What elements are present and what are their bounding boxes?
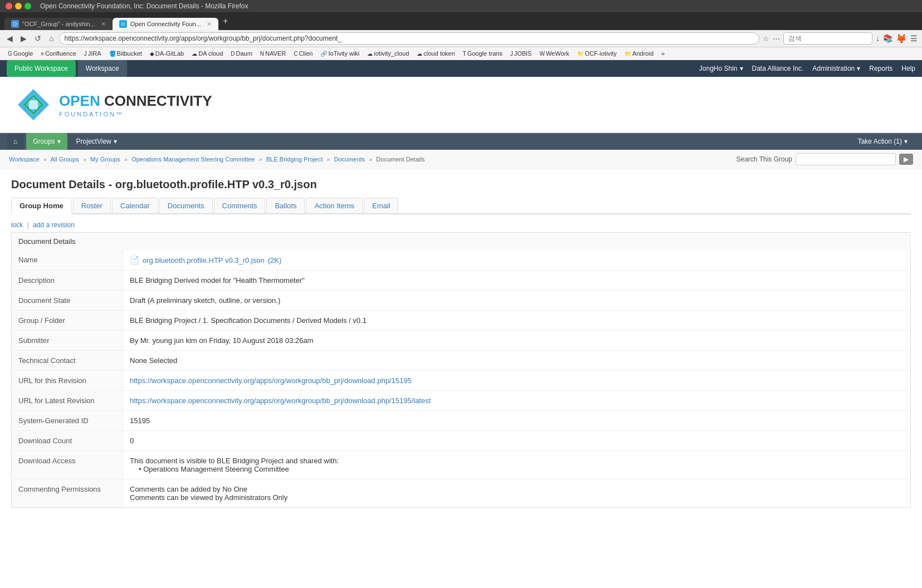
help-label[interactable]: Help [901,65,915,72]
download-count-label: Download Count [12,431,123,451]
bookmarks-bar: GGoogle ≡Confluence JJIRA 🪣Bitbucket ◆DA… [0,47,922,60]
groups-dropdown-icon: ▾ [57,138,61,145]
breadcrumb-workspace[interactable]: Workspace [9,156,40,163]
doc-tabs: Group Home Roster Calendar Documents Com… [11,198,911,214]
workspace-button[interactable]: Workspace [78,60,127,77]
project-view-button[interactable]: ProjectView ▾ [70,133,124,150]
take-action-dropdown-icon: ▾ [904,138,908,145]
project-view-dropdown-icon: ▾ [114,138,117,145]
breadcrumb-ble-project[interactable]: BLE Bridging Project [266,156,323,163]
groups-label: Groups [33,138,55,145]
bookmark-more[interactable]: » [658,49,668,58]
group-folder-value: BLE Bridging Project / 1. Specification … [123,311,911,331]
public-workspace-button[interactable]: Public Workspace [7,60,76,77]
minimize-dot[interactable] [15,3,22,9]
breadcrumb-documents[interactable]: Documents [334,156,365,163]
url-revision-link[interactable]: https://workspace.openconnectivity.org/a… [130,376,412,385]
technical-contact-label: Technical Contact [12,351,123,371]
close-dot[interactable] [6,3,12,9]
breadcrumb-sep-5: » [326,156,330,163]
table-row-name: Name 📄 org.bluetooth.profile.HTP v0.3_r0… [12,250,911,271]
library-icon[interactable]: 📚 [883,34,892,43]
tab-roster[interactable]: Roster [73,198,111,213]
submitter-value: By Mr. young jun kim on Friday, 10 Augus… [123,331,911,351]
file-link[interactable]: 📄 org.bluetooth.profile.HTP v0.3_r0.json… [130,256,904,264]
breadcrumb-current: Document Details [376,156,425,163]
search-group-button[interactable]: ▶ [899,154,913,165]
url-latest-link[interactable]: https://workspace.openconnectivity.org/a… [130,396,431,405]
browser-title-bar: Open Connectivity Foundation, Inc: Docum… [0,0,922,12]
bookmark-daum[interactable]: DDaum [227,49,256,58]
bookmark-cloud-token[interactable]: ☁cloud token [413,49,458,58]
breadcrumb-omsc[interactable]: Operations Management Steering Committee [131,156,255,163]
bookmark-bitbucket[interactable]: 🪣Bitbucket [106,49,145,58]
bookmark-jobis[interactable]: JJOBIS [507,49,535,58]
home-nav-button[interactable]: ⌂ [7,133,24,150]
bookmark-confluence[interactable]: ≡Confluence [37,49,80,58]
ocf-logo-icon [17,88,50,121]
url-revision-text: https://workspace.openconnectivity.org/a… [130,376,412,385]
org-label: Data Alliance Inc. [752,65,804,72]
breadcrumb-sep-2: » [83,156,86,163]
tab-1[interactable]: O "OCF_Group" - andyshin... ✕ [4,18,113,30]
description-value: BLE Bridging Derived model for "Health T… [123,271,911,291]
add-revision-link[interactable]: add a revision [33,221,75,229]
tab-comments[interactable]: Comments [214,198,266,213]
bookmark-android[interactable]: 📁Android [621,49,657,58]
address-input[interactable] [59,32,759,45]
hamburger-icon[interactable]: ☰ [910,34,918,43]
home-button[interactable]: ⌂ [47,33,56,44]
tab-calendar[interactable]: Calendar [112,198,158,213]
menu-icon[interactable]: ⋯ [773,35,780,43]
breadcrumb: Workspace » All Groups » My Groups » Ope… [9,156,425,163]
tab-group-home[interactable]: Group Home [11,198,72,214]
forward-button[interactable]: ▶ [18,33,29,44]
user-menu[interactable]: JongHo Shin ▾ [699,65,743,72]
tab-documents[interactable]: Documents [159,198,213,213]
tab-bar: O "OCF_Group" - andyshin... ✕ ⊙ Open Con… [0,12,922,30]
address-icons: ☆ ⋯ [763,35,780,43]
breadcrumb-my-groups[interactable]: My Groups [90,156,120,163]
bookmark-jira[interactable]: JJIRA [81,49,105,58]
new-tab-button[interactable]: + [218,14,232,28]
url-latest-text: https://workspace.openconnectivity.org/a… [130,396,431,405]
bookmark-ocf-iotivity[interactable]: 📁OCF-iotivity [574,49,620,58]
maximize-dot[interactable] [25,3,31,9]
administration-menu[interactable]: Administration ▾ [812,65,860,72]
search-group-input[interactable] [796,153,896,165]
bookmark-iotivity-cloud[interactable]: ☁iotivity_cloud [364,49,412,58]
bookmark-dagitlab[interactable]: ◆DA-GitLab [147,49,187,58]
reports-label[interactable]: Reports [869,65,892,72]
table-row-technical-contact: Technical Contact None Selected [12,351,911,371]
app-nav-right: JongHo Shin ▾ Data Alliance Inc. Adminis… [699,65,915,72]
bookmark-google[interactable]: GGoogle [4,49,36,58]
tab1-close-icon[interactable]: ✕ [101,21,106,28]
tab-action-items[interactable]: Action Items [306,198,363,213]
tab-email[interactable]: Email [364,198,399,213]
take-action-button[interactable]: Take Action (1) ▾ [850,133,915,150]
bookmark-wework[interactable]: WWeWork [536,49,572,58]
bookmark-google-trans[interactable]: TGoogle trans [460,49,506,58]
bookmark-naver[interactable]: NNAVER [257,49,289,58]
tab-2[interactable]: ⊙ Open Connectivity Foun... ✕ [113,18,218,30]
bookmark-clien[interactable]: CClien [290,49,316,58]
bookmark-dacloud[interactable]: ☁DA cloud [188,49,226,58]
description-label: Description [12,271,123,291]
back-button[interactable]: ◀ [4,33,15,44]
tab2-close-icon[interactable]: ✕ [207,21,212,28]
file-size: (2K) [268,256,282,264]
logo-text-group: OPEN CONNECTIVITY FOUNDATION™ [59,92,212,117]
download-icon[interactable]: ↓ [876,34,880,43]
breadcrumb-sep-1: » [43,156,47,163]
url-revision-label: URL for this Revision [12,371,123,391]
lock-link[interactable]: lock [11,221,23,229]
breadcrumb-all-groups[interactable]: All Groups [50,156,79,163]
doc-state-label: Document State [12,291,123,311]
tab-ballots[interactable]: Ballots [266,198,305,213]
firefox-icon: 🦊 [896,33,907,44]
refresh-button[interactable]: ↺ [32,33,43,44]
bookmark-star-icon[interactable]: ☆ [763,35,769,43]
groups-nav-button[interactable]: Groups ▾ [26,133,67,150]
bookmark-iotivity-wiki[interactable]: 🔗IoTivity wiki [317,49,363,58]
browser-search-input[interactable] [783,32,872,45]
